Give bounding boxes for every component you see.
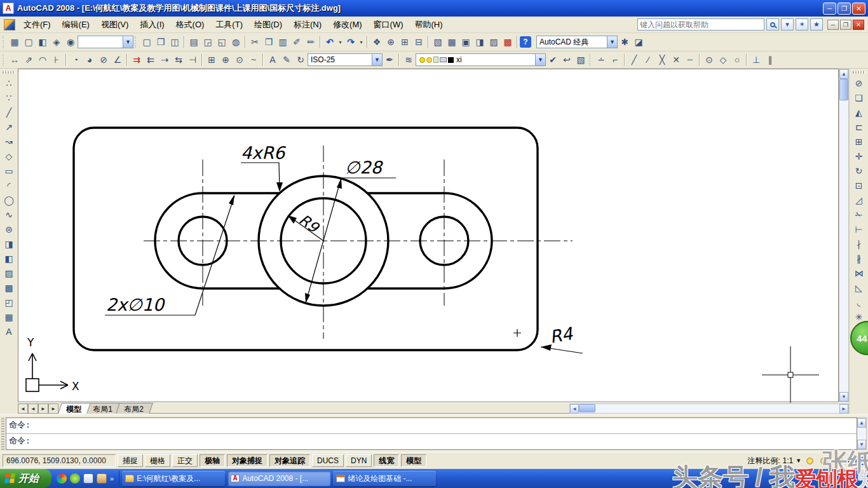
dim-linear-icon[interactable]: ↔ [8,53,22,67]
paste-icon[interactable]: ▥ [276,35,290,49]
taskbar-task-explorer[interactable]: E:\何航红\教案及... [122,471,225,486]
clip-viewport-icon[interactable]: ◉ [64,35,78,49]
quick-dim-icon[interactable]: ⇉ [130,53,144,67]
start-button[interactable]: 开始 [0,469,51,488]
communication-center-icon[interactable]: ✶ [796,18,808,30]
chamfer-icon[interactable]: ◺ [851,280,867,295]
dim-diameter-icon[interactable]: ⊘ [97,53,111,67]
search-button[interactable] [766,18,779,30]
spline-icon[interactable]: ∿ [1,207,17,222]
viewports-dialog-icon[interactable]: ▦ [8,35,22,49]
dim-inspect-icon[interactable]: ⊙ [233,53,247,67]
dim-radius-icon[interactable]: ◔ [69,53,83,67]
tab-last-button[interactable]: ► [48,403,58,414]
grid-toggle[interactable]: 栅格 [145,454,170,467]
help-icon[interactable]: ? [520,36,531,48]
command-text-area[interactable]: 命令: 命令: [6,417,857,450]
redo-dropdown[interactable]: ▾ [358,35,365,49]
toolbar-grip[interactable] [3,71,15,74]
horizontal-scroll-thumb[interactable] [579,404,595,412]
toolbar-lock-icon[interactable] [832,455,843,466]
tab-first-button[interactable]: ◄ [18,403,28,414]
quick-launch-icon-1[interactable] [57,473,67,484]
undo-icon[interactable]: ↶ [323,35,337,49]
menu-edit[interactable]: 编辑(E) [57,17,95,32]
region-icon[interactable]: ◰ [1,295,17,309]
snap-apparent-intersection-icon[interactable]: ✕ [669,53,683,67]
tolerance-icon[interactable]: ⊞ [205,53,219,67]
viewport-scale-combo[interactable]: ▼ [78,36,133,48]
layer-states-icon[interactable]: ▧ [574,53,588,67]
layer-dropdown-icon[interactable]: ▼ [535,54,545,65]
layer-manager-icon[interactable]: ≋ [402,53,416,67]
divide-icon[interactable]: ∵ [1,90,17,105]
block-editor-icon[interactable]: ✏ [304,35,318,49]
properties-icon[interactable]: ▧ [431,35,445,49]
taskbar-task-presentation[interactable]: 绪论及绘图基础 -... [333,471,436,486]
sheetset-manager-icon[interactable]: ◨ [473,35,487,49]
fillet-icon[interactable]: ◟ [851,295,867,309]
mdi-close-button[interactable]: ✕ [853,20,864,30]
redo-icon[interactable]: ↷ [344,35,358,49]
dim-jogged-icon[interactable]: ◕ [83,53,97,67]
markup-icon[interactable]: ▨ [487,35,501,49]
undo-dropdown[interactable]: ▾ [337,35,344,49]
ellipse-icon[interactable]: ⊜ [1,222,17,236]
copy-object-icon[interactable]: ❏ [851,90,867,105]
convert-to-viewport-icon[interactable]: ◈ [50,35,64,49]
make-block-icon[interactable]: ◧ [1,251,17,266]
mdi-restore-button[interactable]: ❐ [840,20,851,30]
ortho-toggle[interactable]: 正交 [172,454,198,467]
erase-icon[interactable]: ⊘ [851,76,867,90]
clean-screen-icon[interactable] [854,455,865,466]
ducs-toggle[interactable]: DUCS [312,454,344,467]
taskbar-task-autocad[interactable]: A AutoCAD 2008 - [... [227,471,330,486]
zoom-previous-icon[interactable]: ⊟ [412,35,426,49]
rotate-icon[interactable]: ↻ [851,163,867,178]
toolbar-grip[interactable] [853,71,865,74]
snap-center-icon[interactable]: ⊙ [702,53,716,67]
dyn-toggle[interactable]: DYN [346,454,372,467]
menu-help[interactable]: 帮助(H) [409,17,449,32]
snap-endpoint-icon[interactable]: ╱ [627,53,641,67]
extend-icon[interactable]: ⊢ [851,222,867,236]
construction-line-icon[interactable]: ↗ [1,119,17,134]
search-dropdown[interactable]: ▾ [781,18,794,30]
multiple-point-icon[interactable]: ∴ [1,76,17,90]
temp-track-point-icon[interactable]: ∸ [594,53,608,67]
dim-style-combo[interactable]: ISO-25 ▼ [308,53,383,66]
gradient-icon[interactable]: ▩ [1,280,17,295]
favorites-icon[interactable]: ★ [810,18,823,30]
tab-next-button[interactable]: ► [38,403,48,414]
command-window-grip[interactable] [1,417,4,450]
cut-icon[interactable]: ✂ [248,35,262,49]
polygonal-viewport-icon[interactable]: ◧ [36,35,50,49]
dim-continue-icon[interactable]: ⇢ [158,53,172,67]
command-scroll-down-icon[interactable]: ▼ [857,440,866,449]
line-icon[interactable]: ╱ [1,105,17,119]
annotation-visibility-icon[interactable] [804,455,815,466]
dim-space-icon[interactable]: ⇆ [172,53,186,67]
close-button[interactable]: ✕ [852,3,865,15]
layer-previous-icon[interactable]: ↩ [560,53,574,67]
tool-palettes-icon[interactable]: ▣ [459,35,473,49]
lineweight-toggle[interactable]: 线宽 [374,454,399,467]
mirror-icon[interactable]: ◭ [851,105,867,119]
dim-update-icon[interactable]: ↻ [294,53,308,67]
plot-preview-icon[interactable]: ◲ [201,35,215,49]
snap-toggle[interactable]: 捕捉 [118,454,143,467]
dim-arc-length-icon[interactable]: ◠ [36,53,50,67]
auto-annotation-icon[interactable] [818,455,829,466]
vertical-scroll-thumb[interactable] [839,79,848,100]
stretch-icon[interactable]: ◿ [851,193,867,207]
dim-break-icon[interactable]: ⊣ [186,53,200,67]
horizontal-scrollbar[interactable]: ◄ ► [569,403,849,414]
center-mark-icon[interactable]: ⊕ [219,53,233,67]
open-icon[interactable]: ❒ [154,35,168,49]
snap-quadrant-icon[interactable]: ◇ [716,53,730,67]
polar-toggle[interactable]: 极轴 [200,454,225,467]
break-at-point-icon[interactable]: ∤ [851,236,867,251]
restore-button[interactable]: ❐ [837,3,851,15]
layer-plot-icon[interactable] [440,57,447,62]
dim-jog-line-icon[interactable]: ~ [247,53,261,67]
